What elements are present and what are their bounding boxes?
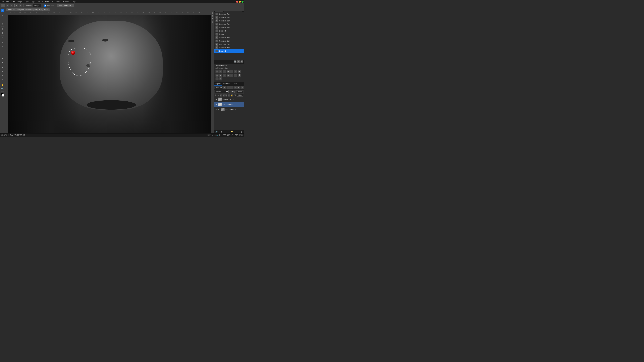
hand-tool[interactable]: ✋ <box>1 83 4 87</box>
gradient-tool[interactable]: ▦▾ <box>1 56 4 60</box>
history-item-12[interactable]: ✦ Deselect <box>214 49 244 53</box>
gradient-map-icon[interactable]: ▭ <box>216 77 218 80</box>
lasso-tool-icon[interactable]: ⌖ <box>1 4 5 7</box>
panels-icon3[interactable]: ⇅ <box>212 15 214 17</box>
layer-filter-select[interactable]: Kind <box>215 86 223 89</box>
panels-icon2[interactable]: ⊡ <box>212 12 214 14</box>
lock-paint-icon[interactable]: ✏ <box>222 94 224 96</box>
menu-filter[interactable]: Filter <box>44 0 50 3</box>
text-tool[interactable]: T <box>1 70 4 73</box>
menu-3d[interactable]: 3D <box>51 0 55 3</box>
blend-mode-select[interactable]: Normal <box>215 90 228 93</box>
layer-visibility-1[interactable]: 👁 <box>215 98 218 100</box>
selective-color-icon[interactable]: ⊕ <box>219 77 222 80</box>
menu-layer[interactable]: Layer <box>24 0 30 3</box>
threshold-icon[interactable]: ▐ <box>238 74 241 77</box>
lock-move-icon[interactable]: ✛ <box>226 94 228 96</box>
lasso-style-icon1[interactable]: ▭ <box>6 4 9 7</box>
filter-shape-icon[interactable]: ▭ <box>234 86 237 89</box>
tab-layers[interactable]: Layers <box>214 82 222 86</box>
lock-artboard-icon[interactable]: ▭ <box>228 94 230 96</box>
layer-visibility-2[interactable]: 👁 <box>215 103 218 106</box>
layer-item-high-frequency[interactable]: 👁 high frequency <box>214 97 244 102</box>
layer-item-low-frequency[interactable]: 👁 low frequency <box>214 102 244 107</box>
document-tab[interactable]: K8A0079-1.psd @ 66.7% (low frequency: Gr… <box>6 8 50 11</box>
close-window-button[interactable] <box>236 1 238 3</box>
menu-edit[interactable]: Edit <box>10 0 16 3</box>
layer-visibility-3[interactable]: 👁 <box>215 108 218 111</box>
text-icon[interactable]: A <box>212 18 214 20</box>
lock-transparent-icon[interactable]: ⊡ <box>220 94 222 96</box>
levels-icon[interactable]: ▲ <box>219 70 222 73</box>
history-new-button[interactable]: + <box>237 60 240 63</box>
path-select-tool[interactable]: ↖▾ <box>1 74 4 77</box>
history-item-4[interactable]: ≋ Gaussian Blur <box>214 22 244 26</box>
menu-help[interactable]: Help <box>70 0 76 3</box>
layer-new-button[interactable]: + <box>236 130 238 133</box>
history-item-8[interactable]: ≋ Gaussian Blur <box>214 36 244 39</box>
opacity-input[interactable] <box>236 90 243 93</box>
spot-heal-tool[interactable]: ⊙▾ <box>1 36 4 40</box>
hsl-icon[interactable]: ▤ <box>234 70 237 73</box>
canvas-content[interactable]: @keyframes dash-anim { to { stroke-dasho… <box>8 15 214 133</box>
history-item-10[interactable]: ≋ Gaussian Blur <box>214 42 244 46</box>
menu-file[interactable]: File <box>5 0 10 3</box>
photo-filter-icon[interactable]: ◐ <box>219 74 222 77</box>
quick-select-tool[interactable]: ✿▾ <box>1 22 4 26</box>
foreground-background-colors[interactable] <box>1 93 4 96</box>
layer-filter-toggle[interactable]: ⊙ <box>241 86 244 89</box>
crop-tool[interactable]: ⊡▾ <box>1 27 4 31</box>
color-lookup-icon[interactable]: ▦ <box>226 74 230 77</box>
filter-text-icon[interactable]: T <box>230 86 233 89</box>
eyedropper-tool[interactable]: ⊕▾ <box>1 31 4 35</box>
channel-mixer-icon[interactable]: ⊞ <box>223 74 226 77</box>
selection-tool[interactable]: ▭▾ <box>1 14 4 17</box>
history-snapshot-button[interactable]: 📷 <box>234 60 236 63</box>
lasso-style-icon3[interactable]: ⊖ <box>14 4 18 7</box>
clone-stamp-tool[interactable]: ⊛▾ <box>1 44 4 48</box>
background-color[interactable] <box>2 94 4 96</box>
tab-channels[interactable]: Channels <box>222 82 232 86</box>
history-item-5[interactable]: ≋ Gaussian Blur <box>214 26 244 29</box>
history-item-11[interactable]: ≋ Gaussian Blur <box>214 46 244 49</box>
fill-input[interactable] <box>237 94 243 96</box>
layer-group-button[interactable]: 📁 <box>230 130 233 133</box>
move-tool[interactable]: ✛ <box>1 9 4 12</box>
lock-all-icon[interactable]: 🔒 <box>231 94 233 96</box>
antialias-checkbox[interactable]: Anti-alias <box>44 4 54 7</box>
dodge-tool[interactable]: ◐▾ <box>1 60 4 64</box>
layer-mask-button[interactable]: ◻ <box>225 130 228 133</box>
menu-view[interactable]: View <box>56 0 62 3</box>
doc-tab-close-button[interactable]: × <box>47 9 48 10</box>
eraser-tool[interactable]: ◻▾ <box>1 52 4 56</box>
curves-icon[interactable]: ∿ <box>223 70 226 73</box>
vibrance-icon[interactable]: ⬡ <box>230 70 233 73</box>
menu-image[interactable]: Image <box>16 0 23 3</box>
history-item-6[interactable]: ✦ Deselect <box>214 29 244 32</box>
select-mask-button[interactable]: Select and Mask... <box>57 4 74 7</box>
minimize-window-button[interactable] <box>239 1 241 3</box>
group-expand-icon[interactable]: ▶ <box>218 109 220 110</box>
filter-adjust-icon[interactable]: ⊡ <box>227 86 230 89</box>
history-item-3[interactable]: ≋ Gaussian Blur <box>214 19 244 22</box>
shape-tool[interactable]: ▭▾ <box>1 78 4 81</box>
layer-link-button[interactable]: 🔗 <box>215 130 218 133</box>
lasso-tool[interactable]: ⌒▾ <box>1 18 4 22</box>
brightness-contrast-icon[interactable]: ☀ <box>216 70 218 73</box>
lasso-style-icon4[interactable]: ⊗ <box>19 4 22 7</box>
invert-icon[interactable]: ⊡ <box>230 74 233 77</box>
layer-delete-button[interactable]: 🗑 <box>240 130 243 133</box>
zoom-tool[interactable]: 🔍 <box>1 87 4 91</box>
align-icon[interactable]: ⊟ <box>212 21 214 23</box>
history-item-9[interactable]: ≋ Gaussian Blur <box>214 39 244 42</box>
menu-select[interactable]: Select <box>37 0 44 3</box>
color-balance-icon[interactable]: ⬢ <box>238 70 241 73</box>
tab-paths[interactable]: Paths <box>232 82 239 86</box>
filter-smart-icon[interactable]: ✦ <box>237 86 240 89</box>
layer-item-saved-photo[interactable]: 👁 ▶ SAVED PHOTO <box>214 107 244 112</box>
feather-input[interactable] <box>33 4 41 7</box>
posterize-icon[interactable]: ≣ <box>234 74 237 77</box>
canvas-image[interactable]: @keyframes dash-anim { to { stroke-dasho… <box>8 15 214 133</box>
history-item-2[interactable]: ≋ Gaussian Blur <box>214 16 244 19</box>
history-item-1[interactable]: ≋ Gaussian Blur <box>214 12 244 16</box>
